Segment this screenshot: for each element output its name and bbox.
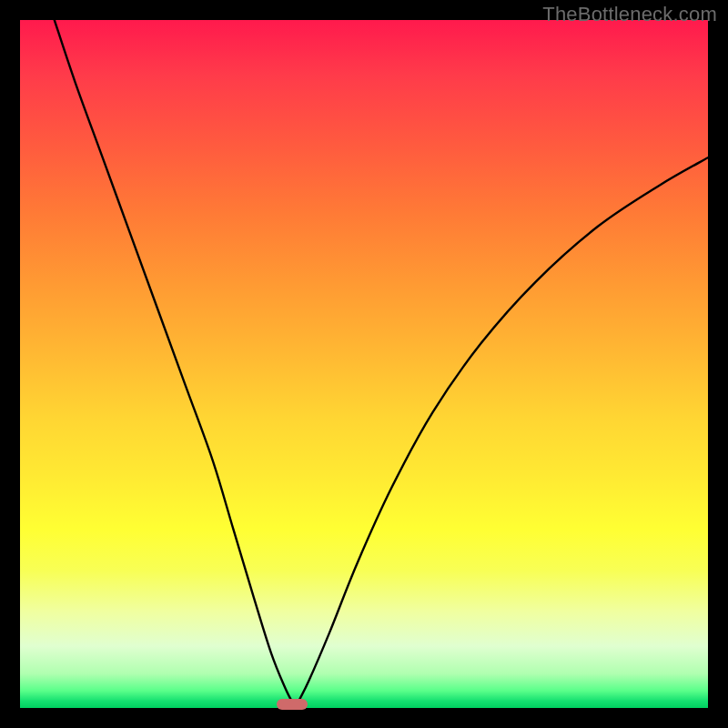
bottleneck-curve bbox=[20, 20, 708, 708]
watermark-text: TheBottleneck.com bbox=[542, 3, 717, 26]
target-marker bbox=[277, 699, 308, 710]
plot-area bbox=[20, 20, 708, 708]
curve-right-branch bbox=[298, 157, 708, 701]
curve-left-branch bbox=[55, 20, 292, 701]
